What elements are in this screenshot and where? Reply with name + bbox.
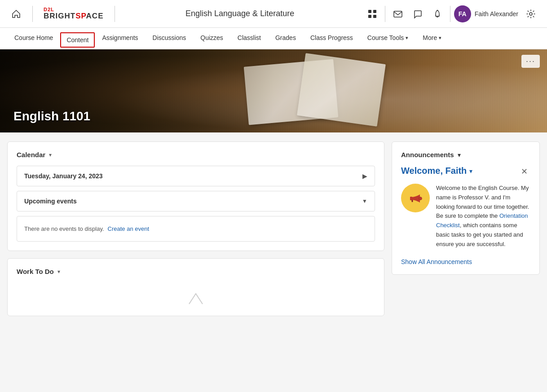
work-todo-header: Work To Do ▾ — [17, 268, 375, 275]
user-name[interactable]: Faith Alexander — [473, 10, 520, 18]
avatar-button[interactable]: FA — [454, 5, 471, 22]
calendar-title: Calendar — [17, 151, 45, 159]
main-content: Calendar ▾ Tuesday, January 24, 2023 ▶ U… — [0, 132, 547, 325]
close-announcement-button[interactable]: ✕ — [518, 166, 530, 177]
nav-item-course-tools[interactable]: Course Tools ▾ — [360, 28, 415, 49]
calendar-card: Calendar ▾ Tuesday, January 24, 2023 ▶ U… — [7, 141, 384, 251]
svg-rect-3 — [373, 15, 376, 18]
work-todo-chevron-icon[interactable]: ▾ — [57, 269, 60, 275]
hero-menu-button[interactable]: ··· — [521, 55, 540, 68]
announcements-card: Announcements ▾ Welcome, Faith ▾ ✕ — [392, 141, 540, 275]
settings-icon-button[interactable] — [522, 5, 540, 23]
header-divider-4 — [450, 6, 450, 22]
logo-area[interactable]: D2L BRIGHTSPACE — [40, 5, 107, 22]
create-event-link[interactable]: Create an event — [108, 225, 150, 232]
work-todo-title: Work To Do — [17, 268, 54, 275]
course-title: English Language & Literature — [122, 9, 358, 18]
chat-icon-button[interactable] — [409, 5, 427, 23]
welcome-chevron-icon[interactable]: ▾ — [469, 167, 472, 175]
top-header: D2L BRIGHTSPACE English Language & Liter… — [0, 0, 547, 28]
announcements-title: Announcements — [401, 151, 454, 159]
date-row[interactable]: Tuesday, January 24, 2023 ▶ — [17, 166, 375, 186]
welcome-section: Welcome, Faith ▾ ✕ — [401, 166, 530, 177]
no-events-box: There are no events to display. Create a… — [17, 216, 375, 242]
upcoming-events-label: Upcoming events — [24, 198, 77, 205]
welcome-title: Welcome, Faith — [401, 166, 467, 176]
svg-point-9 — [419, 197, 422, 200]
nav-item-quizzes[interactable]: Quizzes — [193, 28, 230, 49]
announcement-body: Welcome to the English Course. My name i… — [401, 184, 530, 249]
calendar-chevron-icon[interactable]: ▾ — [49, 152, 52, 158]
more-chevron-icon: ▾ — [439, 35, 441, 41]
header-divider-1 — [32, 6, 33, 22]
home-button[interactable] — [7, 5, 25, 23]
date-arrow-icon: ▶ — [362, 172, 367, 180]
no-events-text: There are no events to display. — [24, 225, 104, 232]
svg-rect-7 — [410, 197, 412, 200]
date-label: Tuesday, January 24, 2023 — [24, 172, 103, 180]
work-todo-up-arrow — [17, 282, 375, 307]
left-panel: Calendar ▾ Tuesday, January 24, 2023 ▶ U… — [7, 141, 384, 316]
nav-item-content[interactable]: Content — [60, 32, 95, 48]
right-panel: Announcements ▾ Welcome, Faith ▾ ✕ — [392, 141, 540, 316]
svg-rect-8 — [412, 200, 413, 202]
svg-rect-4 — [394, 11, 402, 17]
upcoming-events-row[interactable]: Upcoming events ▼ — [17, 191, 375, 211]
header-divider-2 — [115, 6, 115, 22]
mail-icon-button[interactable] — [389, 5, 407, 23]
megaphone-icon-circle — [401, 184, 430, 212]
show-all-announcements-button[interactable]: Show All Announcements — [401, 258, 530, 265]
welcome-title-row: Welcome, Faith ▾ — [401, 166, 472, 176]
course-tools-chevron-icon: ▾ — [406, 35, 408, 41]
upcoming-chevron-icon: ▼ — [362, 198, 367, 204]
nav-item-grades[interactable]: Grades — [268, 28, 303, 49]
svg-point-6 — [529, 13, 532, 15]
megaphone-icon — [407, 190, 423, 206]
svg-rect-0 — [368, 10, 371, 13]
hero-banner: English 1101 ··· — [0, 49, 547, 132]
nav-item-class-progress[interactable]: Class Progress — [303, 28, 360, 49]
svg-rect-2 — [368, 15, 371, 18]
calendar-card-header: Calendar ▾ — [17, 151, 375, 159]
grid-icon-button[interactable] — [363, 5, 381, 23]
nav-item-more[interactable]: More ▾ — [415, 28, 449, 49]
work-todo-card: Work To Do ▾ — [7, 258, 384, 316]
bell-icon-button[interactable] — [428, 5, 446, 23]
svg-rect-1 — [373, 10, 376, 13]
announcement-text: Welcome to the English Course. My name i… — [436, 184, 530, 249]
header-divider-3 — [385, 6, 385, 22]
header-icons: FA Faith Alexander — [363, 5, 540, 23]
nav-item-classlist[interactable]: Classlist — [230, 28, 268, 49]
announcements-chevron-icon[interactable]: ▾ — [458, 151, 461, 159]
hero-course-name: English 1101 — [13, 109, 90, 123]
nav-item-assignments[interactable]: Assignments — [95, 28, 145, 49]
nav-item-discussions[interactable]: Discussions — [146, 28, 194, 49]
announcements-header: Announcements ▾ — [401, 151, 530, 159]
logo-brightspace: BRIGHTSPACE — [44, 12, 104, 21]
nav-bar: Course Home Content Assignments Discussi… — [0, 28, 547, 49]
nav-item-course-home[interactable]: Course Home — [7, 28, 60, 49]
